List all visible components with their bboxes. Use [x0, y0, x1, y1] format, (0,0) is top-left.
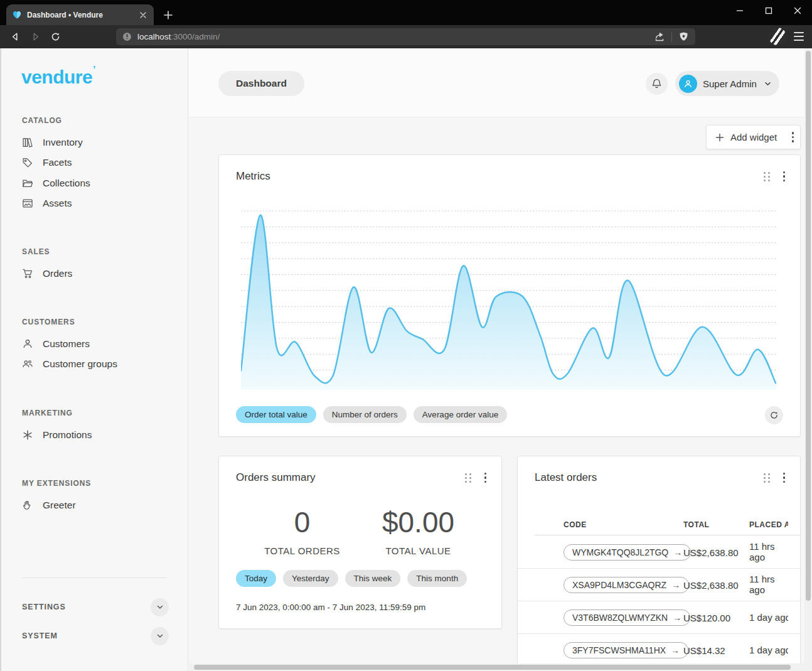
user-menu[interactable]: Super Admin — [675, 71, 779, 96]
metrics-area-chart — [241, 210, 776, 390]
drag-handle-icon[interactable] — [764, 473, 771, 483]
sidebar-item-assets[interactable]: Assets — [22, 193, 179, 213]
sidebar-item-label: Promotions — [43, 429, 92, 441]
folder-icon — [22, 178, 33, 189]
sidebar-item-orders[interactable]: Orders — [22, 264, 179, 284]
total-value-label: TOTAL VALUE — [360, 545, 476, 556]
browser-menu-icon[interactable] — [791, 29, 807, 44]
kebab-menu-icon[interactable] — [783, 473, 786, 483]
metric-tab-average-order-value[interactable]: Average order value — [414, 406, 507, 423]
sidebar-section-settings[interactable]: SETTINGS — [22, 597, 169, 617]
sidebar-item-label: Inventory — [43, 137, 83, 148]
drag-handle-icon[interactable] — [465, 473, 472, 483]
sidebar-item-greeter[interactable]: Greeter — [22, 495, 179, 515]
minimize-button[interactable] — [725, 0, 754, 21]
chevron-down-icon[interactable] — [151, 627, 169, 645]
sidebar-section-label: SYSTEM — [22, 631, 58, 640]
new-tab-button[interactable] — [159, 6, 176, 23]
user-icon — [22, 338, 33, 350]
book-icon — [22, 137, 33, 148]
tab-close-icon[interactable] — [137, 9, 148, 20]
vertical-scrollbar[interactable] — [804, 48, 812, 671]
range-chip-this-month[interactable]: This month — [407, 570, 467, 587]
chevron-down-icon — [764, 80, 772, 88]
column-header-placed-at: PLACED AT — [749, 520, 788, 529]
horizontal-scrollbar[interactable] — [189, 663, 804, 671]
add-widget-button[interactable]: Add widget — [706, 125, 801, 149]
metrics-widget: Metrics Order total value Number of orde… — [218, 154, 801, 437]
notifications-button[interactable] — [646, 73, 668, 95]
table-header-row: CODE TOTAL PLACED AT — [518, 515, 800, 535]
kebab-menu-icon[interactable] — [792, 132, 794, 142]
order-placed-at: 11 hrs ago — [749, 574, 782, 596]
table-row: 3FY7FSCWSHMA11HX→ US$14.32 1 day ago — [518, 634, 800, 667]
asterisk-icon — [22, 429, 33, 441]
widget-title: Metrics — [236, 170, 764, 183]
order-total: US$2,638.80 — [683, 547, 739, 557]
reload-button[interactable] — [47, 28, 63, 45]
total-value-stat: $0.00 TOTAL VALUE — [360, 508, 476, 556]
logo-tick: ’ — [93, 63, 95, 74]
section-header-marketing: MARKETING — [22, 409, 73, 417]
vertical-scrollbar-thumb[interactable] — [806, 51, 811, 601]
refresh-button[interactable] — [765, 406, 783, 424]
share-icon[interactable] — [654, 31, 665, 43]
sidebar-item-facets[interactable]: Facets — [22, 153, 179, 173]
sidebar: vendure’ CATALOG Inventory Facets Collec… — [1, 48, 188, 671]
arrow-right-icon: → — [671, 645, 680, 655]
metric-tab-number-of-orders[interactable]: Number of orders — [323, 406, 407, 423]
url-host: localhost — [137, 32, 171, 41]
table-row: WYMGK4TQQ8JL2TGQ→ US$2,638.80 11 hrs ago — [518, 536, 800, 569]
sidebar-item-label: Customers — [43, 338, 90, 350]
kebab-menu-icon[interactable] — [783, 171, 786, 182]
image-icon — [22, 198, 33, 209]
section-header-customers: CUSTOMERS — [22, 318, 75, 326]
order-code-pill[interactable]: V3T6BW8ZQLWMYZKN→ — [564, 609, 690, 626]
order-code-pill[interactable]: XSA9PD4LM3CGAQRZ→ — [564, 577, 689, 593]
drag-handle-icon[interactable] — [764, 172, 771, 181]
sidebar-section-system[interactable]: SYSTEM — [22, 626, 169, 646]
section-header-sales: SALES — [22, 247, 50, 256]
url-path: :3000/admin/ — [171, 32, 220, 41]
sidebar-item-collections[interactable]: Collections — [22, 173, 179, 193]
latest-orders-widget: Latest orders CODE TOTAL PLACED AT WYMGK… — [517, 456, 801, 671]
order-placed-at: 1 day ago — [749, 612, 788, 623]
widget-title: Latest orders — [535, 471, 764, 484]
browser-tab[interactable]: Dashboard • Vendure — [6, 4, 154, 25]
order-total: US$120.00 — [683, 612, 730, 623]
breadcrumb[interactable]: Dashboard — [218, 71, 304, 96]
back-button[interactable] — [7, 28, 23, 45]
range-chip-today[interactable]: Today — [236, 570, 276, 587]
site-info-icon[interactable] — [122, 32, 132, 41]
sidebar-item-customers[interactable]: Customers — [22, 334, 179, 354]
window-left-edge — [0, 48, 1, 671]
range-chip-this-week[interactable]: This week — [345, 570, 401, 587]
range-chip-yesterday[interactable]: Yesterday — [283, 570, 338, 587]
kebab-menu-icon[interactable] — [484, 473, 487, 483]
forward-button[interactable] — [27, 28, 43, 45]
sidebar-item-label: Facets — [43, 157, 72, 168]
table-row: XSA9PD4LM3CGAQRZ→ US$2,638.80 11 hrs ago — [518, 569, 800, 601]
horizontal-scrollbar-thumb[interactable] — [194, 665, 791, 670]
close-button[interactable] — [783, 0, 812, 21]
url-bar[interactable]: localhost:3000/admin/ — [116, 28, 695, 45]
brave-shield-icon[interactable] — [678, 31, 689, 43]
chevron-down-icon[interactable] — [151, 598, 169, 616]
sidebar-item-inventory[interactable]: Inventory — [22, 132, 179, 153]
table-row: V3T6BW8ZQLWMYZKN→ US$120.00 1 day ago — [518, 601, 800, 634]
browser-profile-avatar[interactable] — [769, 28, 786, 45]
order-code-pill[interactable]: WYMGK4TQQ8JL2TGQ→ — [564, 544, 691, 561]
sidebar-item-promotions[interactable]: Promotions — [22, 425, 179, 445]
sidebar-item-customer-groups[interactable]: Customer groups — [22, 354, 179, 374]
maximize-button[interactable] — [754, 0, 783, 21]
arrow-right-icon: → — [671, 580, 680, 590]
arrow-right-icon: → — [673, 547, 682, 557]
user-name: Super Admin — [703, 78, 758, 89]
metric-tab-order-total-value[interactable]: Order total value — [236, 406, 316, 423]
sidebar-item-label: Customer groups — [43, 358, 117, 370]
bell-icon — [651, 78, 663, 90]
order-code-pill[interactable]: 3FY7FSCWSHMA11HX→ — [564, 642, 688, 658]
total-orders-value: 0 — [244, 508, 360, 537]
total-orders-stat: 0 TOTAL ORDERS — [244, 508, 360, 556]
tab-title: Dashboard • Vendure — [27, 11, 132, 19]
